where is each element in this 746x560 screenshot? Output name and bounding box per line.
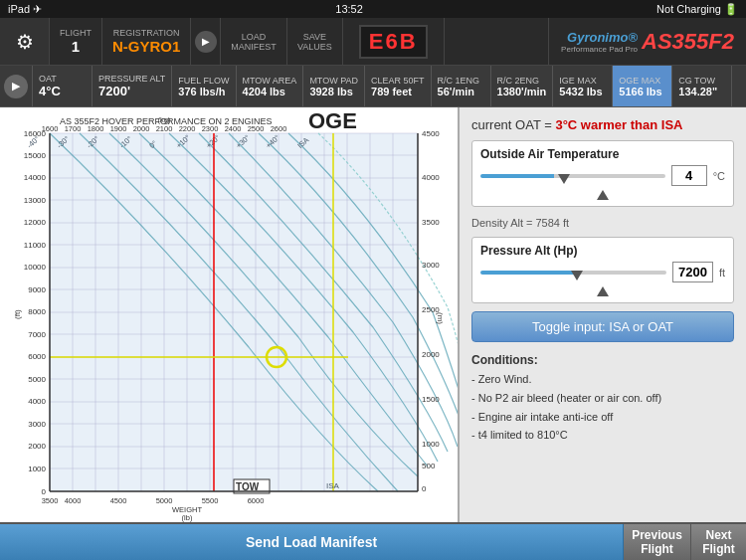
metric-ige-value: 5432 lbs: [559, 86, 606, 97]
next-flight-label: NextFlight: [702, 528, 735, 557]
svg-text:1000: 1000: [28, 465, 46, 473]
metric-oat-value: 4°C: [39, 84, 86, 98]
conditions-title: Conditions:: [471, 350, 734, 370]
load-manifest-label2: Manifest: [231, 42, 277, 52]
svg-text:1600: 1600: [42, 124, 59, 133]
pressure-slider-track[interactable]: [480, 271, 666, 275]
metric-rc1-value: 56'/min: [438, 86, 484, 97]
svg-text:2400: 2400: [225, 124, 242, 133]
load-manifest-button[interactable]: Load Manifest: [221, 18, 287, 65]
previous-flight-button[interactable]: PreviousFlight: [624, 524, 691, 560]
svg-text:4000: 4000: [65, 496, 82, 505]
logo-performance: Performance Pad Pro: [561, 45, 638, 54]
svg-text:(ft): (ft): [13, 309, 22, 319]
metric-fuel-flow: Fuel Flow 376 lbs/h: [172, 66, 236, 106]
metric-ff-label: Fuel Flow: [178, 76, 229, 86]
save-values-label2: Values: [297, 42, 332, 52]
pressure-value-box: 7200: [672, 262, 713, 282]
svg-text:(kg): (kg): [158, 115, 171, 124]
svg-text:9000: 9000: [28, 285, 46, 294]
oat-slider-section: Outside Air Temperature 4 °C: [471, 140, 734, 207]
metric-c50-value: 789 feet: [371, 86, 425, 97]
svg-text:(m): (m): [436, 312, 445, 324]
metric-oge-label: OGE max: [619, 76, 665, 86]
metric-oat-label: OAT: [39, 74, 86, 84]
metric-palt-label: Pressure Alt: [98, 74, 165, 84]
svg-text:OGE: OGE: [308, 108, 357, 133]
status-time: 13:52: [335, 3, 363, 15]
density-alt-text: Density Alt = 7584 ft: [471, 217, 734, 229]
oat-slider-track[interactable]: [480, 174, 665, 178]
metric-ff-value: 376 lbs/h: [178, 86, 229, 97]
flight-number: 1: [72, 38, 80, 55]
play-icon: ▶: [195, 31, 217, 53]
gear-icon: ⚙: [16, 30, 34, 54]
metric-mtow-pad: MTOW Pad 3928 lbs: [303, 66, 365, 106]
metric-ma-value: 4204 lbs: [243, 86, 297, 97]
svg-text:14000: 14000: [24, 173, 47, 182]
metric-cg-tow: CG TOW 134.28": [672, 66, 732, 106]
condition-2: - No P2 air bleed (heater or air con. of…: [471, 389, 734, 408]
registration-label: Registration: [113, 28, 180, 38]
logo-model: AS355F2: [642, 29, 734, 55]
svg-text:2000: 2000: [133, 124, 150, 133]
toggle-isa-oat-button[interactable]: Toggle input: ISA or OAT: [471, 311, 734, 342]
metrics-play-icon: ▶: [4, 75, 28, 98]
svg-text:0: 0: [422, 484, 427, 493]
metrics-bar: ▶ OAT 4°C Pressure Alt 7200' Fuel Flow 3…: [0, 66, 746, 107]
svg-text:4000: 4000: [422, 173, 440, 182]
pressure-unit: ft: [719, 267, 725, 279]
svg-text:13000: 13000: [24, 196, 47, 205]
prev-flight-label: PreviousFlight: [632, 528, 682, 557]
svg-text:12000: 12000: [24, 218, 47, 227]
metric-pressure-alt: Pressure Alt 7200': [93, 66, 172, 106]
status-left: iPad ✈: [8, 3, 42, 16]
registration-value: N-GYRO1: [112, 38, 180, 55]
condition-4: - t4 limited to 810°C: [471, 426, 734, 445]
metric-ma-label: MTOW Area: [243, 76, 297, 86]
svg-text:3500: 3500: [42, 496, 59, 505]
toolbar: ⚙ Flight 1 Registration N-GYRO1 ▶ Load M…: [0, 18, 746, 66]
oat-slider-label: Outside Air Temperature: [480, 147, 725, 161]
play-button[interactable]: ▶: [191, 18, 221, 65]
svg-text:3000: 3000: [28, 420, 46, 429]
oat-current-display: current OAT = 3°C warmer than ISA: [471, 117, 734, 132]
status-bar: iPad ✈ 13:52 Not Charging 🔋: [0, 0, 746, 18]
svg-text:1000: 1000: [422, 440, 440, 449]
gear-button[interactable]: ⚙: [0, 18, 50, 65]
pressure-slider-label: Pressure Alt (Hp): [480, 244, 725, 258]
metric-rc2-value: 1380'/min: [497, 86, 547, 97]
save-values-button[interactable]: Save Values: [287, 18, 343, 65]
svg-text:1800: 1800: [88, 124, 104, 133]
metric-oge-max: OGE max 5166 lbs: [613, 66, 672, 106]
svg-text:11000: 11000: [24, 241, 47, 250]
metric-oge-value: 5166 lbs: [619, 86, 665, 97]
svg-text:5000: 5000: [28, 375, 46, 384]
svg-text:3000: 3000: [422, 261, 440, 270]
svg-text:4000: 4000: [28, 397, 46, 406]
svg-text:1500: 1500: [422, 395, 440, 404]
svg-text:ISA: ISA: [326, 481, 340, 490]
svg-text:1900: 1900: [110, 124, 127, 133]
svg-text:6000: 6000: [28, 352, 46, 361]
svg-text:500: 500: [422, 462, 436, 470]
conditions-box: Conditions: - Zero Wind. - No P2 air ble…: [471, 350, 734, 445]
svg-text:5000: 5000: [156, 496, 173, 505]
metrics-play[interactable]: ▶: [0, 66, 33, 106]
status-right: Not Charging 🔋: [656, 3, 738, 16]
performance-chart: AS 355F2 HOVER PERFORMANCE ON 2 ENGINES …: [0, 107, 458, 522]
next-flight-button[interactable]: NextFlight: [691, 524, 746, 560]
condition-3: - Engine air intake anti-ice off: [471, 408, 734, 427]
metric-ige-max: IGE max 5432 lbs: [553, 66, 613, 106]
metric-rc1-label: R/C 1Eng: [438, 76, 484, 86]
svg-text:2500: 2500: [248, 124, 265, 133]
metric-rc2-label: R/C 2Eng: [497, 76, 547, 86]
send-load-manifest-button[interactable]: Send Load Manifest: [0, 524, 624, 560]
metric-c50-label: Clear 50ft: [371, 76, 425, 86]
e6b-display: E6B: [359, 25, 428, 59]
bottom-bar: Send Load Manifest PreviousFlight NextFl…: [0, 522, 746, 560]
svg-text:15000: 15000: [24, 151, 47, 160]
oat-slider-row: 4 °C: [480, 165, 725, 186]
svg-text:2000: 2000: [28, 442, 46, 451]
metric-rc2: R/C 2Eng 1380'/min: [491, 66, 554, 106]
